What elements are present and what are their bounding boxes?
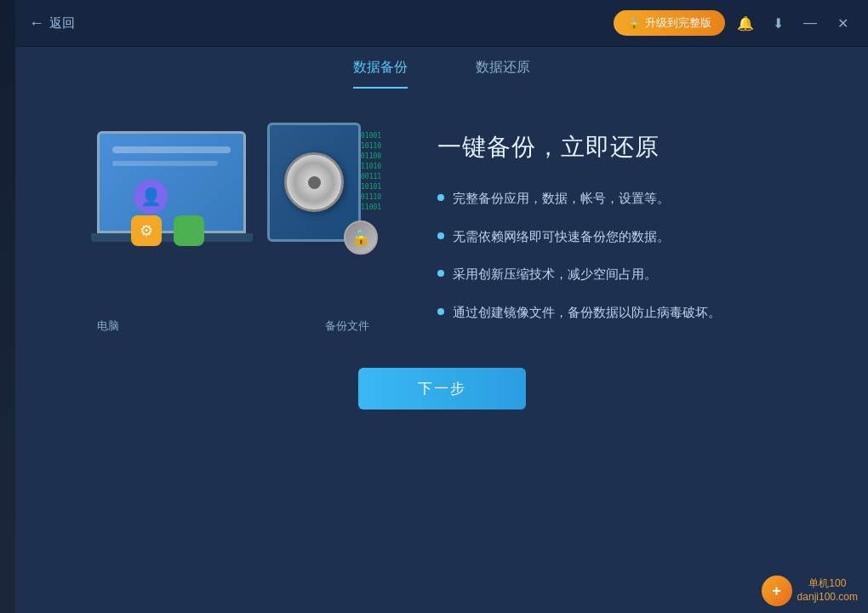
tab-restore[interactable]: 数据还原: [476, 59, 530, 89]
laptop-screen: 👤: [97, 131, 246, 233]
tab-backup-label: 数据备份: [353, 60, 408, 74]
disc-center: [308, 176, 321, 189]
next-button[interactable]: 下一步: [358, 368, 526, 410]
close-icon: ✕: [837, 15, 848, 32]
back-button[interactable]: ← 返回: [29, 14, 75, 32]
feature-text-1: 完整备份应用，数据，帐号，设置等。: [453, 189, 670, 209]
notification-button[interactable]: 🔔: [734, 11, 757, 35]
backup-screen: [267, 123, 361, 242]
watermark-url: danji100.com: [797, 591, 858, 604]
titlebar-controls: 🔒 升级到完整版 🔔 ⬇ — ✕: [614, 10, 854, 36]
person-icon: 👤: [140, 186, 162, 207]
content-inner: 👤 ⚙: [80, 123, 803, 334]
avatar-icon: 👤: [134, 180, 168, 214]
upgrade-label: 升级到完整版: [645, 15, 711, 31]
bullet-3: [437, 270, 444, 277]
download-button[interactable]: ⬇: [766, 11, 790, 35]
titlebar: ← 返回 🔒 升级到完整版 🔔 ⬇ — ✕: [15, 0, 868, 47]
tabs-bar: 数据备份 数据还原: [15, 47, 868, 89]
illustration-panel: 👤 ⚙: [80, 123, 386, 334]
close-button[interactable]: ✕: [831, 11, 854, 35]
right-device-label: 备份文件: [325, 318, 369, 334]
feature-item-3: 采用创新压缩技术，减少空间占用。: [437, 265, 803, 284]
gear-icon: ⚙: [131, 215, 162, 246]
watermark-site: 单机100: [797, 577, 858, 591]
info-panel: 一键备份，立即还原 完整备份应用，数据，帐号，设置等。 无需依赖网络即可快速备份…: [437, 123, 803, 322]
tab-restore-label: 数据还原: [476, 60, 530, 74]
feature-item-4: 通过创建镜像文件，备份数据以防止病毒破坏。: [437, 303, 803, 323]
bullet-4: [437, 308, 444, 315]
next-button-wrap: 下一步: [358, 368, 526, 410]
feature-list: 完整备份应用，数据，帐号，设置等。 无需依赖网络即可快速备份您的数据。 采用创新…: [437, 189, 803, 322]
feature-item-2: 无需依赖网络即可快速备份您的数据。: [437, 227, 803, 247]
feature-item-1: 完整备份应用，数据，帐号，设置等。: [437, 189, 803, 209]
illustration-labels: 电脑 备份文件: [80, 293, 386, 334]
bullet-2: [437, 232, 444, 239]
illustration-visual: 👤 ⚙: [80, 123, 386, 293]
watermark-text: 单机100 danji100.com: [797, 577, 858, 604]
lock-icon: 🔒: [627, 17, 641, 30]
back-arrow-icon: ←: [29, 14, 44, 32]
apps-grid-icon: [174, 215, 204, 246]
left-device-label: 电脑: [97, 318, 119, 334]
lock-badge: 🔒: [344, 221, 378, 255]
tab-backup[interactable]: 数据备份: [353, 59, 408, 89]
watermark: + 单机100 danji100.com: [762, 576, 858, 606]
main-content: 👤 ⚙: [15, 89, 868, 613]
upgrade-button[interactable]: 🔒 升级到完整版: [614, 10, 725, 36]
bell-icon: 🔔: [737, 15, 754, 32]
download-icon: ⬇: [773, 15, 784, 32]
disc-icon: [284, 152, 344, 212]
feature-text-2: 无需依赖网络即可快速备份您的数据。: [453, 227, 670, 247]
laptop-graphic: 👤 ⚙: [97, 131, 253, 242]
backup-device-graphic: 🔒: [267, 123, 369, 242]
back-label: 返回: [49, 15, 75, 32]
laptop-base: [91, 233, 253, 242]
minimize-icon: —: [803, 15, 817, 31]
left-edge-decoration: [0, 0, 15, 613]
main-title: 一键备份，立即还原: [437, 131, 803, 163]
feature-text-4: 通过创建镜像文件，备份数据以防止病毒破坏。: [453, 303, 721, 323]
minimize-button[interactable]: —: [798, 11, 822, 35]
feature-text-3: 采用创新压缩技术，减少空间占用。: [453, 265, 657, 284]
bullet-1: [437, 194, 444, 201]
watermark-logo: +: [762, 576, 792, 606]
main-window: ← 返回 🔒 升级到完整版 🔔 ⬇ — ✕ 数据备份: [15, 0, 868, 613]
